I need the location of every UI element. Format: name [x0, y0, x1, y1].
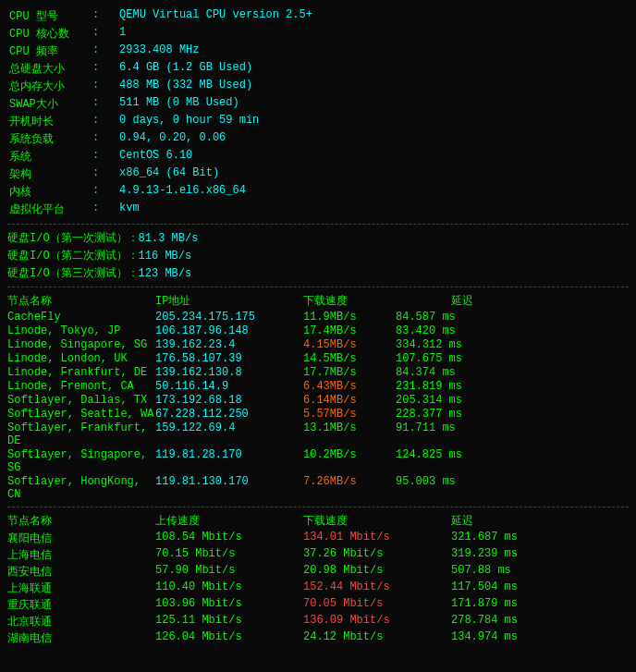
node-dl: 11.9MB/s	[303, 311, 396, 324]
nodes2-section: 节点名称 上传速度 下载速度 延迟 襄阳电信 108.54 Mbit/s 134…	[7, 513, 629, 646]
nodes2-header-latency: 延迟	[451, 513, 562, 529]
node2-row: 襄阳电信 108.54 Mbit/s 134.01 Mbit/s 321.687…	[7, 531, 629, 546]
node-name: Softlayer, Frankfurt, DE	[7, 422, 155, 447]
node2-dl: 20.98 Mbit/s	[303, 564, 451, 580]
node2-name: 上海电信	[7, 547, 155, 563]
node-row: Linode, Singapore, SG 139.162.23.4 4.15M…	[7, 338, 629, 351]
system-row: 虚拟化平台 : kvm	[7, 201, 629, 218]
nodes2-header-name: 节点名称	[7, 513, 155, 529]
node2-latency: 319.239 ms	[451, 547, 562, 563]
node-dl: 5.57MB/s	[303, 408, 396, 421]
nodes-header-latency: 延迟	[451, 293, 562, 309]
node-dl: 10.2MB/s	[303, 448, 396, 474]
node2-latency: 134.974 ms	[451, 630, 562, 646]
system-label: 总内存大小	[7, 78, 91, 95]
nodes-header-name: 节点名称	[7, 293, 155, 309]
node-ip: 176.58.107.39	[155, 352, 303, 365]
node-name: Softlayer, HongKong, CN	[7, 475, 155, 501]
node-row: CacheFly 205.234.175.175 11.9MB/s 84.587…	[7, 311, 629, 324]
nodes-header-dl: 下载速度	[303, 293, 451, 309]
node-dl: 17.7MB/s	[303, 366, 396, 379]
node2-row: 北京联通 125.11 Mbit/s 136.09 Mbit/s 278.784…	[7, 614, 629, 629]
node-ip: 50.116.14.9	[155, 380, 303, 393]
system-value: QEMU Virtual CPU version 2.5+	[117, 7, 629, 25]
node-ip: 139.162.23.4	[155, 338, 303, 351]
node-row: Softlayer, Singapore, SG 119.81.28.170 1…	[7, 448, 629, 474]
node2-name: 西安电信	[7, 564, 155, 580]
node-name: Linode, London, UK	[7, 352, 155, 365]
divider-3	[7, 507, 629, 507]
node2-dl: 152.44 Mbit/s	[303, 580, 451, 596]
node-latency: 334.312 ms	[396, 338, 507, 351]
nodes-list: CacheFly 205.234.175.175 11.9MB/s 84.587…	[7, 311, 629, 501]
node-latency: 84.374 ms	[396, 366, 507, 379]
system-value: x86_64 (64 Bit)	[117, 165, 629, 183]
colon: :	[91, 25, 117, 43]
system-label: 虚拟化平台	[7, 201, 91, 218]
diskio-value: 123 MB/s	[139, 267, 192, 280]
node-latency: 84.587 ms	[396, 311, 507, 324]
node-dl: 6.43MB/s	[303, 380, 396, 393]
node2-name: 湖南电信	[7, 630, 155, 646]
system-value: 0 days, 0 hour 59 min	[117, 113, 629, 130]
node-name: CacheFly	[7, 311, 155, 324]
node2-dl: 70.05 Mbit/s	[303, 597, 451, 613]
node2-ul: 103.96 Mbit/s	[155, 597, 303, 613]
colon: :	[91, 130, 117, 148]
system-row: 系统负载 : 0.94, 0.20, 0.06	[7, 130, 629, 148]
system-value: 4.9.13-1.el6.x86_64	[117, 183, 629, 201]
node-row: Linode, Frankfurt, DE 139.162.130.8 17.7…	[7, 366, 629, 379]
system-label: 系统	[7, 148, 91, 165]
node2-ul: 125.11 Mbit/s	[155, 614, 303, 629]
node-dl: 14.5MB/s	[303, 352, 396, 365]
node-dl: 6.14MB/s	[303, 394, 396, 407]
node2-latency: 321.687 ms	[451, 531, 562, 546]
colon: :	[91, 7, 117, 25]
node-name: Linode, Fremont, CA	[7, 380, 155, 393]
node-dl: 17.4MB/s	[303, 324, 396, 337]
node2-ul: 70.15 Mbit/s	[155, 547, 303, 563]
colon: :	[91, 183, 117, 201]
colon: :	[91, 148, 117, 165]
system-value: CentOS 6.10	[117, 148, 629, 165]
node-ip: 205.234.175.175	[155, 311, 303, 324]
node2-row: 西安电信 57.90 Mbit/s 20.98 Mbit/s 507.88 ms	[7, 564, 629, 580]
nodes-section: 节点名称 IP地址 下载速度 延迟 CacheFly 205.234.175.1…	[7, 293, 629, 501]
system-value: 2933.408 MHz	[117, 43, 629, 60]
node2-latency: 171.879 ms	[451, 597, 562, 613]
system-row: 系统 : CentOS 6.10	[7, 148, 629, 165]
node-dl: 4.15MB/s	[303, 338, 396, 351]
node-row: Softlayer, HongKong, CN 119.81.130.170 7…	[7, 475, 629, 501]
node-row: Linode, London, UK 176.58.107.39 14.5MB/…	[7, 352, 629, 365]
system-value: 1	[117, 25, 629, 43]
system-value: kvm	[117, 201, 629, 218]
colon: :	[91, 113, 117, 130]
node2-ul: 110.40 Mbit/s	[155, 580, 303, 596]
colon: :	[91, 95, 117, 113]
diskio-row: 硬盘I/O（第一次测试）：81.3 MB/s	[7, 230, 629, 246]
node-dl: 13.1MB/s	[303, 422, 396, 447]
system-label: 总硬盘大小	[7, 60, 91, 78]
node2-dl: 37.26 Mbit/s	[303, 547, 451, 563]
node2-row: 重庆联通 103.96 Mbit/s 70.05 Mbit/s 171.879 …	[7, 597, 629, 613]
node2-ul: 57.90 Mbit/s	[155, 564, 303, 580]
node-name: Linode, Tokyo, JP	[7, 324, 155, 337]
system-row: 架构 : x86_64 (64 Bit)	[7, 165, 629, 183]
node-row: Linode, Fremont, CA 50.116.14.9 6.43MB/s…	[7, 380, 629, 393]
node2-row: 湖南电信 126.04 Mbit/s 24.12 Mbit/s 134.974 …	[7, 630, 629, 646]
node2-latency: 117.504 ms	[451, 580, 562, 596]
system-row: SWAP大小 : 511 MB (0 MB Used)	[7, 95, 629, 113]
system-label: CPU 核心数	[7, 25, 91, 43]
colon: :	[91, 60, 117, 78]
disk-io-section: 硬盘I/O（第一次测试）：81.3 MB/s硬盘I/O（第二次测试）：116 M…	[7, 230, 629, 281]
node2-name: 重庆联通	[7, 597, 155, 613]
node2-name: 北京联通	[7, 614, 155, 629]
system-row: 开机时长 : 0 days, 0 hour 59 min	[7, 113, 629, 130]
diskio-row: 硬盘I/O（第二次测试）：116 MB/s	[7, 248, 629, 263]
node2-dl: 134.01 Mbit/s	[303, 531, 451, 546]
system-label: 内核	[7, 183, 91, 201]
node-name: Softlayer, Dallas, TX	[7, 394, 155, 407]
system-row: 总硬盘大小 : 6.4 GB (1.2 GB Used)	[7, 60, 629, 78]
node-dl: 7.26MB/s	[303, 475, 396, 501]
colon: :	[91, 201, 117, 218]
